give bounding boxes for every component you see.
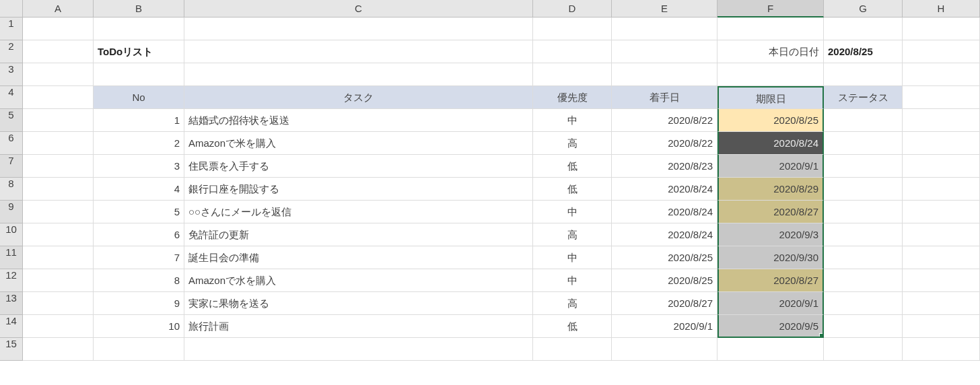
cell[interactable]	[23, 63, 94, 86]
cell-status-10[interactable]	[824, 223, 903, 246]
cell[interactable]	[718, 63, 824, 86]
row-header-9[interactable]: 9	[0, 201, 23, 223]
cell-due-7[interactable]: 2020/9/1	[718, 155, 824, 178]
cell-start-14[interactable]: 2020/9/1	[612, 315, 718, 338]
cell-no-10[interactable]: 6	[94, 223, 184, 246]
cell[interactable]	[184, 338, 533, 361]
row-header-6[interactable]: 6	[0, 132, 23, 155]
row-header-14[interactable]: 14	[0, 315, 23, 338]
cell-h14[interactable]	[903, 315, 980, 338]
cell-h9[interactable]	[903, 201, 980, 223]
cell[interactable]	[824, 63, 903, 86]
cell-no-14[interactable]: 10	[94, 315, 184, 338]
row-header-13[interactable]: 13	[0, 292, 23, 315]
col-header-D[interactable]: D	[533, 0, 612, 18]
col-header-B[interactable]: B	[94, 0, 184, 18]
th-due[interactable]: 期限日	[718, 86, 824, 109]
cell-title[interactable]: ToDoリスト	[94, 40, 184, 63]
cell[interactable]	[184, 63, 533, 86]
cell-no-11[interactable]: 7	[94, 246, 184, 269]
cell-start-6[interactable]: 2020/8/22	[612, 132, 718, 155]
cell-a4[interactable]	[23, 86, 94, 109]
spreadsheet-grid[interactable]: ABCDEFGH12ToDoリスト本日の日付2020/8/2534Noタスク優先…	[0, 0, 980, 361]
cell-a12[interactable]	[23, 269, 94, 292]
cell-e2[interactable]	[612, 40, 718, 63]
cell-h2[interactable]	[903, 40, 980, 63]
cell-c2[interactable]	[184, 40, 533, 63]
cell-task-12[interactable]: Amazonで水を購入	[184, 269, 533, 292]
cell-due-9[interactable]: 2020/8/27	[718, 201, 824, 223]
cell-a8[interactable]	[23, 178, 94, 201]
cell-start-9[interactable]: 2020/8/24	[612, 201, 718, 223]
cell-start-7[interactable]: 2020/8/23	[612, 155, 718, 178]
cell[interactable]	[612, 338, 718, 361]
cell-a13[interactable]	[23, 292, 94, 315]
cell[interactable]	[824, 18, 903, 40]
cell-due-5[interactable]: 2020/8/25	[718, 109, 824, 132]
cell-task-8[interactable]: 銀行口座を開設する	[184, 178, 533, 201]
cell-task-11[interactable]: 誕生日会の準備	[184, 246, 533, 269]
col-header-F[interactable]: F	[718, 0, 824, 18]
cell[interactable]	[94, 63, 184, 86]
cell-status-8[interactable]	[824, 178, 903, 201]
row-header-12[interactable]: 12	[0, 269, 23, 292]
cell-task-13[interactable]: 実家に果物を送る	[184, 292, 533, 315]
col-header-A[interactable]: A	[23, 0, 94, 18]
cell-task-7[interactable]: 住民票を入手する	[184, 155, 533, 178]
col-header-E[interactable]: E	[612, 0, 718, 18]
cell-due-14[interactable]: 2020/9/5	[718, 315, 824, 338]
cell-no-9[interactable]: 5	[94, 201, 184, 223]
cell-start-13[interactable]: 2020/8/27	[612, 292, 718, 315]
cell[interactable]	[23, 18, 94, 40]
cell[interactable]	[718, 18, 824, 40]
row-header-11[interactable]: 11	[0, 246, 23, 269]
cell-priority-9[interactable]: 中	[533, 201, 612, 223]
cell-task-14[interactable]: 旅行計画	[184, 315, 533, 338]
cell-no-7[interactable]: 3	[94, 155, 184, 178]
cell[interactable]	[94, 338, 184, 361]
cell-h8[interactable]	[903, 178, 980, 201]
cell-no-5[interactable]: 1	[94, 109, 184, 132]
cell-a5[interactable]	[23, 109, 94, 132]
cell-priority-10[interactable]: 高	[533, 223, 612, 246]
col-header-H[interactable]: H	[903, 0, 980, 18]
row-header-8[interactable]: 8	[0, 178, 23, 201]
cell-a11[interactable]	[23, 246, 94, 269]
cell-status-11[interactable]	[824, 246, 903, 269]
cell[interactable]	[23, 338, 94, 361]
cell-due-8[interactable]: 2020/8/29	[718, 178, 824, 201]
row-header-3[interactable]: 3	[0, 63, 23, 86]
select-all-corner[interactable]	[0, 0, 23, 18]
cell-due-11[interactable]: 2020/9/30	[718, 246, 824, 269]
row-header-10[interactable]: 10	[0, 223, 23, 246]
th-start[interactable]: 着手日	[612, 86, 718, 109]
cell-status-5[interactable]	[824, 109, 903, 132]
cell-start-10[interactable]: 2020/8/24	[612, 223, 718, 246]
cell-priority-6[interactable]: 高	[533, 132, 612, 155]
cell-a10[interactable]	[23, 223, 94, 246]
col-header-G[interactable]: G	[824, 0, 903, 18]
row-header-1[interactable]: 1	[0, 18, 23, 40]
cell-priority-7[interactable]: 低	[533, 155, 612, 178]
cell-status-12[interactable]	[824, 269, 903, 292]
row-header-4[interactable]: 4	[0, 86, 23, 109]
cell-status-13[interactable]	[824, 292, 903, 315]
cell-task-10[interactable]: 免許証の更新	[184, 223, 533, 246]
cell[interactable]	[612, 18, 718, 40]
col-header-C[interactable]: C	[184, 0, 533, 18]
cell[interactable]	[533, 338, 612, 361]
cell-a9[interactable]	[23, 201, 94, 223]
cell[interactable]	[903, 18, 980, 40]
today-label[interactable]: 本日の日付	[718, 40, 824, 63]
cell[interactable]	[533, 63, 612, 86]
cell-priority-14[interactable]: 低	[533, 315, 612, 338]
cell-a7[interactable]	[23, 155, 94, 178]
cell-due-12[interactable]: 2020/8/27	[718, 269, 824, 292]
cell-priority-13[interactable]: 高	[533, 292, 612, 315]
cell-status-6[interactable]	[824, 132, 903, 155]
cell-start-11[interactable]: 2020/8/25	[612, 246, 718, 269]
row-header-2[interactable]: 2	[0, 40, 23, 63]
cell-h12[interactable]	[903, 269, 980, 292]
cell-no-12[interactable]: 8	[94, 269, 184, 292]
row-header-7[interactable]: 7	[0, 155, 23, 178]
